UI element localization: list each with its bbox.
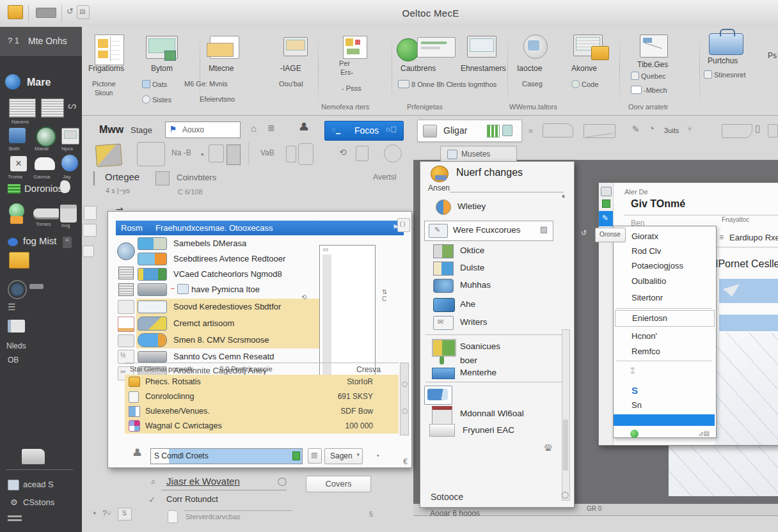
new-button[interactable]: Mww bbox=[99, 124, 123, 136]
ribbon-g11-sub[interactable]: Stinesnret bbox=[704, 70, 746, 79]
contact-menu-item-3[interactable]: Oulbalitio bbox=[631, 276, 666, 286]
bag-icon[interactable]: ⌂ bbox=[251, 123, 257, 134]
sidebar-item-fog-mist[interactable]: fog Mist bbox=[23, 235, 57, 246]
rule-row-selected[interactable]: Cremct artisoom bbox=[136, 315, 323, 332]
ribbon-g5-sub[interactable]: - Psss bbox=[342, 84, 361, 92]
ribbon-g5-line2[interactable]: Ers- bbox=[340, 68, 353, 76]
qat-save-button[interactable] bbox=[36, 8, 56, 18]
sidebar-item-settings[interactable]: CSstons bbox=[23, 497, 54, 507]
ribbon-image-icon[interactable] bbox=[283, 37, 308, 56]
computers-label[interactable]: Coinvbters bbox=[177, 173, 216, 182]
basket-icon[interactable] bbox=[60, 205, 77, 223]
ribbon-g2-sub2[interactable]: Sistes bbox=[142, 95, 171, 104]
menu-item[interactable]: ✉ Writers bbox=[427, 315, 561, 332]
sled-icon[interactable] bbox=[33, 208, 59, 217]
app-logo-folder-icon[interactable] bbox=[8, 5, 23, 19]
list-icon[interactable]: ☰ bbox=[8, 302, 16, 312]
square-swatch-icon[interactable] bbox=[155, 171, 170, 185]
menu-item[interactable]: Dulste bbox=[427, 261, 561, 278]
manal-icon[interactable] bbox=[36, 127, 56, 147]
ribbon-g10-sub2[interactable]: -Mbech bbox=[631, 86, 667, 94]
ribbon-g11-label[interactable]: Purtchus bbox=[708, 56, 738, 65]
side-tool-button-1[interactable] bbox=[84, 206, 97, 220]
menu-item[interactable]: Soanicues bbox=[427, 338, 561, 356]
menu-item-boxed[interactable]: ✎ Were Fcuxcorues ▨ bbox=[424, 221, 553, 241]
ribbon-g1-label[interactable]: Frigatioms bbox=[88, 64, 124, 73]
user-circle-icon[interactable]: ◔ bbox=[649, 123, 655, 134]
rule-row-selected[interactable]: Soovd Keredestioves Sbdtfor bbox=[136, 299, 323, 315]
dark-list-icon[interactable] bbox=[226, 145, 241, 165]
menu-scrollbar[interactable] bbox=[562, 329, 570, 501]
troma-icon[interactable]: ✕ bbox=[10, 156, 27, 171]
clock-small-icon[interactable]: ◔ bbox=[91, 508, 97, 519]
contact-menu-item-0[interactable]: Gioratx bbox=[631, 231, 658, 241]
rule-row[interactable]: Samebels DMerasa bbox=[138, 237, 310, 251]
na-label[interactable]: Na -B bbox=[171, 148, 191, 157]
npcs-icon[interactable] bbox=[61, 128, 79, 145]
menu-item[interactable]: Menterhe bbox=[427, 366, 561, 380]
sidebar-item-nleds[interactable]: Nleds bbox=[6, 341, 26, 350]
ribbon-mail-icon[interactable] bbox=[640, 35, 668, 58]
ribbon-g10-sub1[interactable]: Quebec bbox=[631, 72, 666, 80]
table-row[interactable]: Conroloclinng 691 SKSY bbox=[125, 389, 399, 404]
contact-menu-item-7[interactable]: Remfco bbox=[631, 347, 660, 356]
rule-row[interactable]: – have Pymicna Itoe bbox=[138, 283, 317, 297]
jay-icon[interactable] bbox=[61, 155, 78, 171]
tag-color-icon[interactable] bbox=[95, 144, 122, 168]
phone-ghost-icon[interactable] bbox=[298, 143, 314, 165]
check-icon[interactable]: ✓ bbox=[148, 495, 155, 505]
book-icon[interactable]: ▯ bbox=[755, 123, 760, 134]
sidebar-folder-icon[interactable] bbox=[9, 252, 29, 269]
dialog-strip-icon-2[interactable] bbox=[118, 283, 134, 296]
menu-item[interactable]: Muhhas bbox=[427, 278, 561, 295]
ribbon-g3-label[interactable]: Mtecne bbox=[209, 64, 234, 73]
ribbon-g12-label[interactable]: Ps bbox=[768, 51, 777, 60]
s-chip-button[interactable]: S bbox=[118, 508, 132, 520]
ribbon-g2-sub1[interactable]: Oats bbox=[142, 80, 167, 88]
hamburger-icon[interactable] bbox=[8, 515, 22, 517]
equals-icon[interactable]: = bbox=[528, 127, 533, 136]
glance-button[interactable]: Gligar bbox=[417, 120, 522, 142]
contact-menu-item-2[interactable]: Potaeciogjoss bbox=[631, 261, 683, 270]
meta-label[interactable]: Eardiupo Rxe bbox=[729, 233, 778, 242]
stage-button[interactable]: Stage bbox=[131, 125, 152, 135]
ribbon-g1-sub1[interactable]: Pictone bbox=[92, 80, 116, 88]
circle-ghost-icon[interactable] bbox=[384, 145, 402, 162]
rule-row[interactable]: Scebdtirees Avtence Redtooer bbox=[138, 253, 317, 267]
qat-undo-icon[interactable]: ↺ bbox=[67, 6, 74, 16]
table-row[interactable]: Phecs. Rotsatis StorIoR bbox=[125, 375, 399, 389]
secondary-field-label[interactable]: Sterverdcarvcbas bbox=[186, 513, 241, 520]
mare-icon[interactable] bbox=[5, 74, 20, 90]
ribbon-spreadsheet-icon[interactable] bbox=[95, 35, 124, 65]
ribbon-g9-sub[interactable]: Code bbox=[571, 80, 598, 88]
strip-selected-pen[interactable]: ✎ bbox=[599, 211, 613, 226]
both-icon[interactable] bbox=[9, 128, 26, 143]
pages-select[interactable]: Sagen ▾ bbox=[324, 448, 363, 464]
printer-icon[interactable] bbox=[22, 449, 45, 464]
table-header-3[interactable]: Cresva bbox=[356, 365, 381, 374]
menu-item[interactable]: boer bbox=[427, 355, 561, 366]
ribbon-g4-label[interactable]: -IAGE bbox=[280, 64, 301, 73]
ribbon-g6-label[interactable]: Cautbrens bbox=[401, 64, 436, 73]
pen-icon[interactable]: ✎ bbox=[632, 124, 640, 134]
branch-small-icon[interactable]: ?⑂ bbox=[102, 509, 111, 518]
tv-icon-box[interactable] bbox=[424, 386, 452, 405]
contact-menu-selected-row[interactable] bbox=[614, 414, 715, 426]
contact-menu-item-6[interactable]: Hcnon' bbox=[631, 331, 657, 341]
side-tool-button-2[interactable] bbox=[83, 224, 97, 237]
menu-item[interactable]: Mdonnall Wl6oal bbox=[427, 406, 561, 423]
dialog-strip-icon-5[interactable] bbox=[118, 334, 134, 347]
check-ghost-icon[interactable] bbox=[356, 146, 369, 161]
ribbon-g3-sub2[interactable]: Efeiervtsno bbox=[200, 95, 235, 103]
ribbon-g9-label[interactable]: Akonve bbox=[571, 64, 597, 73]
ribbon-g3-sub1[interactable]: M6 Ge: Mvnis bbox=[184, 80, 228, 88]
search-input[interactable]: ⚑ Aouxo bbox=[165, 121, 241, 138]
wedge-ghost-icon[interactable] bbox=[722, 124, 752, 138]
notes-icon[interactable] bbox=[9, 98, 36, 118]
dialog-strip-icon-1[interactable] bbox=[118, 267, 134, 279]
ribbon-g7-label[interactable]: Ehnestamers bbox=[461, 64, 506, 73]
contact-menu-item-8[interactable]: S bbox=[631, 385, 638, 396]
musetes-tab[interactable]: Musetes bbox=[440, 146, 517, 163]
focus-button[interactable]: ◌‗ Focos ○⃘ bbox=[324, 121, 404, 141]
sidebar-item-acead[interactable]: acead S bbox=[23, 480, 54, 489]
